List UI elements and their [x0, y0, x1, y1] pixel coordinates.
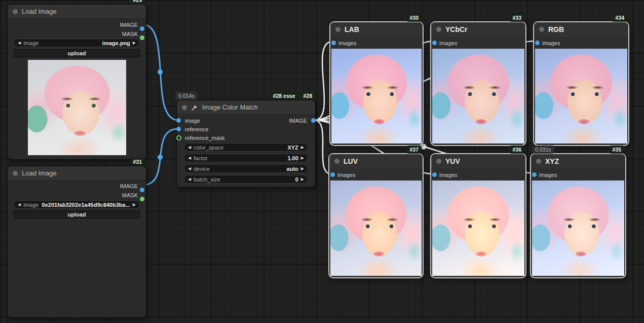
node-image-color-match[interactable]: 0.014s #28 esse #28 Image Color Match im… [176, 100, 316, 188]
combo-right-icon[interactable]: ▶ [301, 145, 304, 150]
node-preview-lab[interactable]: #30 LAB images [329, 21, 424, 146]
combo-left-icon[interactable]: ◀ [18, 41, 21, 45]
node-id-badge: #37 [406, 146, 422, 154]
input-port-image[interactable] [176, 118, 181, 123]
node-titlebar[interactable]: Load Image [8, 5, 146, 19]
portrait-image [532, 181, 624, 276]
input-port-images[interactable] [535, 41, 540, 45]
node-titlebar[interactable]: LUV [329, 154, 423, 168]
combo-right-icon[interactable]: ▶ [133, 202, 136, 207]
input-label-images: images [539, 172, 557, 178]
combo-value: 0 [223, 176, 298, 183]
node-title: LUV [344, 157, 358, 165]
collapse-dot-icon[interactable] [539, 27, 544, 32]
batch-size-widget[interactable]: ◀ batch_size 0 ▶ [184, 175, 308, 184]
output-port-mask[interactable] [140, 197, 144, 201]
node-titlebar[interactable]: YCbCr [431, 22, 525, 37]
combo-right-icon[interactable]: ▶ [301, 156, 304, 160]
node-graph-canvas[interactable]: #29 Load Image IMAGE MASK ◀ image image.… [0, 0, 644, 323]
preview-image[interactable] [532, 181, 624, 276]
input-port-images[interactable] [331, 41, 336, 45]
combo-right-icon[interactable]: ▶ [133, 41, 136, 45]
node-preview-luv[interactable]: #37 LUV images [328, 153, 424, 278]
preview-image[interactable] [432, 181, 524, 276]
node-preview-ycbcr[interactable]: #33 YCbCr images [430, 21, 526, 146]
node-load-image-1[interactable]: #29 Load Image IMAGE MASK ◀ image image.… [7, 4, 146, 160]
input-label-image: image [185, 118, 200, 124]
node-id-badge: #34 [612, 14, 627, 22]
node-load-image-2[interactable]: #31 Load Image IMAGE MASK ◀ image 0e201f… [7, 166, 146, 318]
portrait-image [432, 49, 524, 143]
node-titlebar[interactable]: Image Color Match [177, 100, 315, 115]
factor-widget[interactable]: ◀ factor 1.00 ▶ [184, 154, 308, 162]
combo-value: image.png [41, 40, 130, 46]
collapse-dot-icon[interactable] [436, 159, 441, 164]
device-widget[interactable]: ◀ device auto ▶ [184, 164, 308, 173]
preview-image[interactable] [331, 49, 422, 143]
combo-value: XYZ [226, 145, 298, 151]
wire-midpoint-dot[interactable] [158, 69, 163, 75]
combo-left-icon[interactable]: ◀ [188, 166, 191, 171]
input-port-images[interactable] [432, 41, 437, 45]
output-label-image: IMAGE [289, 118, 307, 124]
combo-right-icon[interactable]: ▶ [301, 166, 304, 171]
upload-button[interactable]: upload [14, 49, 140, 57]
combo-left-icon[interactable]: ◀ [18, 202, 21, 207]
node-title: YUV [445, 157, 460, 165]
output-label-mask: MASK [122, 31, 138, 37]
wire-midpoint-dot[interactable] [158, 155, 163, 160]
collapse-dot-icon[interactable] [335, 27, 340, 32]
wrench-icon [191, 104, 198, 111]
preview-image[interactable] [535, 49, 627, 143]
collapse-dot-icon[interactable] [536, 159, 541, 164]
node-titlebar[interactable]: Load Image [8, 166, 146, 181]
input-port-images[interactable] [330, 172, 335, 177]
preview-image[interactable] [330, 181, 422, 276]
node-title: RGB [548, 25, 564, 33]
collapse-dot-icon[interactable] [13, 171, 18, 176]
input-port-reference-mask[interactable] [176, 135, 181, 140]
collapse-dot-icon[interactable] [436, 27, 441, 32]
combo-value: 0e201fab3202e1a45d9c840b3ba... [41, 202, 130, 208]
loaded-image-thumbnail[interactable] [27, 221, 127, 314]
portrait-image [330, 181, 422, 276]
upload-button[interactable]: upload [14, 210, 140, 219]
output-port-image[interactable] [140, 26, 144, 31]
input-port-images[interactable] [532, 172, 537, 177]
output-label-mask: MASK [122, 192, 138, 198]
combo-left-icon[interactable]: ◀ [188, 156, 191, 160]
node-id-badge: #31 [130, 158, 145, 166]
node-preview-yuv[interactable]: #36 YUV images [430, 153, 526, 278]
combo-left-icon[interactable]: ◀ [188, 177, 191, 182]
collapse-dot-icon[interactable] [182, 105, 187, 110]
input-port-images[interactable] [432, 172, 437, 177]
combo-label: image [23, 202, 39, 208]
node-id-badge: #35 [609, 146, 624, 154]
node-titlebar[interactable]: XYZ [531, 154, 625, 168]
node-preview-rgb[interactable]: #34 RGB images [533, 21, 629, 146]
input-label-reference-mask: reference_mask [185, 135, 225, 141]
node-preview-xyz[interactable]: 0.031s #35 XYZ images [530, 153, 626, 278]
node-titlebar[interactable]: YUV [431, 154, 525, 168]
portrait-image [331, 49, 422, 143]
node-id-badge: #30 [406, 14, 422, 22]
collapse-dot-icon[interactable] [334, 159, 339, 164]
input-label-images: images [337, 172, 355, 178]
image-combo-widget[interactable]: ◀ image image.png ▶ [14, 39, 140, 47]
loaded-image-thumbnail[interactable] [28, 60, 126, 155]
input-label-images: images [439, 40, 457, 46]
input-label-reference: reference [185, 126, 208, 132]
node-id-badge: #33 [509, 14, 524, 22]
output-port-image[interactable] [311, 118, 316, 123]
image-combo-widget[interactable]: ◀ image 0e201fab3202e1a45d9c840b3ba... ▶ [14, 200, 140, 209]
node-titlebar[interactable]: LAB [330, 22, 423, 37]
color-space-widget[interactable]: ◀ color_space XYZ ▶ [184, 143, 308, 152]
combo-right-icon[interactable]: ▶ [301, 177, 304, 182]
combo-left-icon[interactable]: ◀ [188, 145, 191, 150]
preview-image[interactable] [432, 49, 524, 143]
output-port-mask[interactable] [140, 35, 144, 40]
node-titlebar[interactable]: RGB [534, 22, 628, 37]
output-port-image[interactable] [140, 188, 144, 192]
input-port-reference[interactable] [176, 127, 181, 131]
collapse-dot-icon[interactable] [13, 9, 18, 14]
